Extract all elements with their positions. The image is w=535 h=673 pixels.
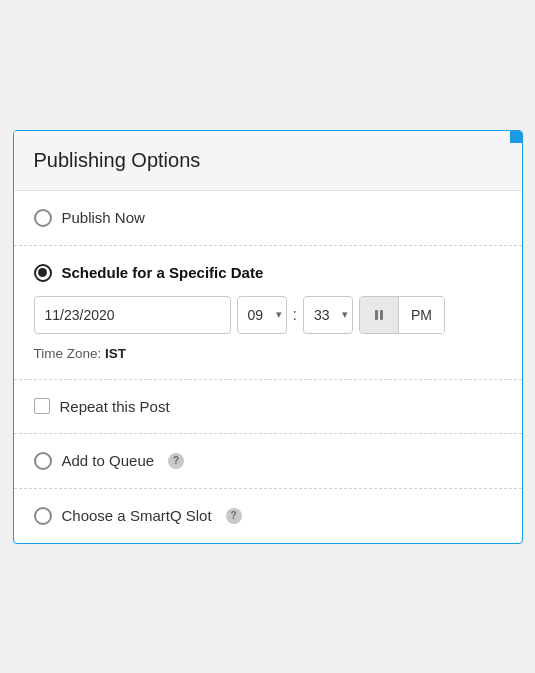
timezone-value: IST — [105, 346, 126, 361]
repeat-checkbox[interactable] — [34, 398, 50, 414]
queue-help-icon[interactable]: ? — [168, 453, 184, 469]
publishing-options-panel: Publishing Options Publish Now Schedule … — [13, 130, 523, 544]
repeat-section: Repeat this Post — [14, 380, 522, 434]
publish-now-label: Publish Now — [62, 209, 145, 226]
time-colon: : — [293, 306, 297, 324]
svg-rect-0 — [375, 310, 378, 320]
smartq-radio[interactable] — [34, 507, 52, 525]
schedule-label: Schedule for a Specific Date — [62, 264, 264, 281]
minute-select-wrapper: 33 00 15 30 45 ▾ — [303, 296, 353, 334]
svg-rect-1 — [380, 310, 383, 320]
ampm-label: PM — [398, 297, 444, 333]
hour-select-wrapper: 09 10 11 12 ▾ — [237, 296, 287, 334]
date-input[interactable] — [34, 296, 231, 334]
publish-now-section: Publish Now — [14, 191, 522, 246]
smartq-label: Choose a SmartQ Slot — [62, 507, 212, 524]
queue-label: Add to Queue — [62, 452, 155, 469]
queue-row[interactable]: Add to Queue ? — [34, 452, 502, 470]
minute-select[interactable]: 33 00 15 30 45 — [314, 307, 348, 323]
publish-now-radio[interactable] — [34, 209, 52, 227]
smartq-section: Choose a SmartQ Slot ? — [14, 489, 522, 543]
hour-select[interactable]: 09 10 11 12 — [248, 307, 282, 323]
publish-now-row[interactable]: Publish Now — [34, 209, 502, 227]
panel-title: Publishing Options — [34, 149, 201, 171]
repeat-row[interactable]: Repeat this Post — [34, 398, 502, 415]
smartq-row[interactable]: Choose a SmartQ Slot ? — [34, 507, 502, 525]
timezone-row: Time Zone: IST — [34, 346, 502, 361]
queue-section: Add to Queue ? — [14, 434, 522, 489]
queue-radio[interactable] — [34, 452, 52, 470]
timezone-prefix: Time Zone: — [34, 346, 102, 361]
pause-button[interactable] — [360, 296, 398, 334]
smartq-help-icon[interactable]: ? — [226, 508, 242, 524]
schedule-section: Schedule for a Specific Date 09 10 11 12… — [14, 246, 522, 380]
repeat-label: Repeat this Post — [60, 398, 170, 415]
panel-header: Publishing Options — [14, 131, 522, 191]
schedule-radio-row[interactable]: Schedule for a Specific Date — [34, 264, 502, 282]
schedule-controls: 09 10 11 12 ▾ : 33 00 15 30 45 ▾ — [34, 296, 502, 334]
ampm-group: PM — [359, 296, 445, 334]
pause-icon — [373, 309, 385, 321]
schedule-radio[interactable] — [34, 264, 52, 282]
